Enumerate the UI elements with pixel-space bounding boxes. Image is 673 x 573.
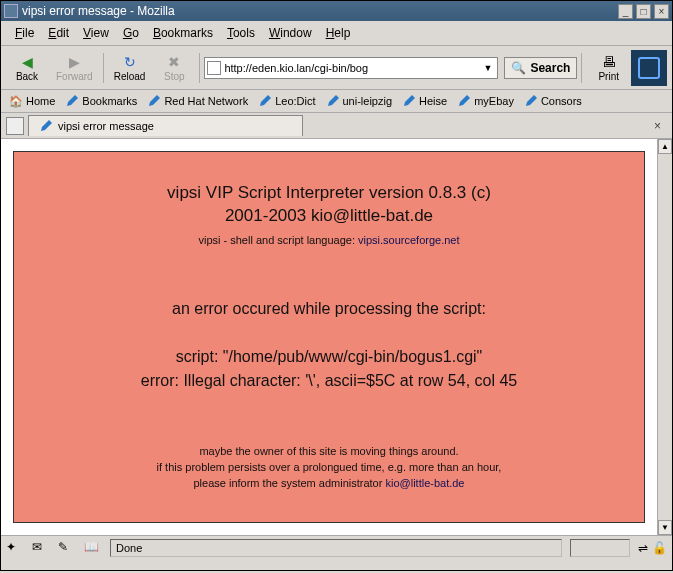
page-viewport: vipsi VIP Script Interpreter version 0.8… [1, 139, 657, 535]
tab-bar: vipsi error message × [1, 113, 672, 139]
url-bar[interactable]: ▼ [204, 57, 498, 79]
reload-icon: ↻ [120, 53, 140, 71]
error-detail: error: Illegal character: '\', ascii=$5C… [32, 369, 626, 393]
pen-icon [457, 94, 471, 108]
error-intro: an error occured while processing the sc… [32, 297, 626, 321]
menu-bar: FFileile Edit View Go Bookmarks Tools Wi… [1, 21, 672, 46]
menu-window[interactable]: Window [263, 24, 318, 42]
stop-icon: ✖ [164, 53, 184, 71]
bookmark-heise[interactable]: Heise [399, 93, 450, 109]
bookmark-consors[interactable]: Consors [521, 93, 585, 109]
online-icon[interactable]: ⇌ [638, 541, 648, 555]
menu-edit[interactable]: Edit [42, 24, 75, 42]
menu-view[interactable]: View [77, 24, 115, 42]
minimize-button[interactable]: _ [618, 4, 633, 19]
print-button[interactable]: 🖶Print [592, 51, 625, 84]
forward-icon: ▶ [64, 53, 84, 71]
status-icon-1[interactable]: ✦ [6, 540, 24, 556]
status-icon-3[interactable]: ✎ [58, 540, 76, 556]
search-icon: 🔍 [511, 61, 526, 75]
menu-bookmarks[interactable]: Bookmarks [147, 24, 219, 42]
url-input[interactable] [221, 62, 480, 74]
security-icon[interactable]: 🔓 [652, 541, 667, 555]
pen-icon [524, 94, 538, 108]
scroll-up-icon[interactable]: ▲ [658, 139, 672, 154]
bookmark-redhat[interactable]: Red Hat Network [144, 93, 251, 109]
maximize-button[interactable]: □ [636, 4, 651, 19]
bookmark-ebay[interactable]: myEbay [454, 93, 517, 109]
bookmark-home[interactable]: 🏠Home [6, 93, 58, 109]
error-subtitle: vipsi - shell and script language: vipsi… [32, 234, 626, 246]
status-text: Done [110, 539, 562, 557]
pen-icon [402, 94, 416, 108]
pen-icon [39, 119, 53, 133]
pen-icon [147, 94, 161, 108]
scrollbar-vertical[interactable]: ▲ ▼ [657, 139, 672, 535]
menu-tools[interactable]: Tools [221, 24, 261, 42]
bookmark-leipzig[interactable]: uni-leipzig [323, 93, 396, 109]
stop-button: ✖Stop [153, 51, 195, 84]
home-icon: 🏠 [9, 95, 23, 108]
tab-title: vipsi error message [58, 120, 154, 132]
reload-button[interactable]: ↻Reload [108, 51, 152, 84]
tab-close-button[interactable]: × [648, 116, 667, 136]
toolbar: ◀Back ▶Forward ↻Reload ✖Stop ▼ 🔍Search 🖶… [1, 46, 672, 90]
close-window-button[interactable]: × [654, 4, 669, 19]
pen-icon [258, 94, 272, 108]
menu-file[interactable]: FFileile [9, 24, 40, 42]
sourceforge-link[interactable]: vipsi.sourceforge.net [358, 234, 460, 246]
status-icon-4[interactable]: 📖 [84, 540, 102, 556]
error-script-path: script: "/home/pub/www/cgi-bin/bogus1.cg… [32, 345, 626, 369]
menu-help[interactable]: Help [320, 24, 357, 42]
status-bar: ✦ ✉ ✎ 📖 Done ⇌ 🔓 [1, 536, 672, 560]
error-panel: vipsi VIP Script Interpreter version 0.8… [13, 151, 645, 523]
new-tab-button[interactable] [6, 117, 24, 135]
scroll-down-icon[interactable]: ▼ [658, 520, 672, 535]
error-footer: maybe the owner of this site is moving t… [32, 444, 626, 492]
window-title: vipsi error message - Mozilla [22, 4, 618, 18]
back-button[interactable]: ◀Back [6, 51, 48, 84]
status-icon-2[interactable]: ✉ [32, 540, 50, 556]
print-icon: 🖶 [599, 53, 619, 71]
admin-email-link[interactable]: kio@little-bat.de [385, 477, 464, 489]
bookmarks-bar: 🏠Home Bookmarks Red Hat Network Leo:Dict… [1, 90, 672, 113]
mozilla-logo [631, 50, 667, 86]
bookmark-leo[interactable]: Leo:Dict [255, 93, 318, 109]
menu-go[interactable]: Go [117, 24, 145, 42]
titlebar: vipsi error message - Mozilla _ □ × [1, 1, 672, 21]
bookmark-bookmarks[interactable]: Bookmarks [62, 93, 140, 109]
status-progress [570, 539, 630, 557]
page-icon [207, 61, 221, 75]
search-button[interactable]: 🔍Search [504, 57, 577, 79]
pen-icon [326, 94, 340, 108]
url-dropdown[interactable]: ▼ [480, 63, 495, 73]
back-icon: ◀ [17, 53, 37, 71]
error-heading: vipsi VIP Script Interpreter version 0.8… [32, 182, 626, 228]
tab-active[interactable]: vipsi error message [28, 115, 303, 136]
app-icon [4, 4, 18, 18]
forward-button: ▶Forward [50, 51, 99, 84]
pen-icon [65, 94, 79, 108]
